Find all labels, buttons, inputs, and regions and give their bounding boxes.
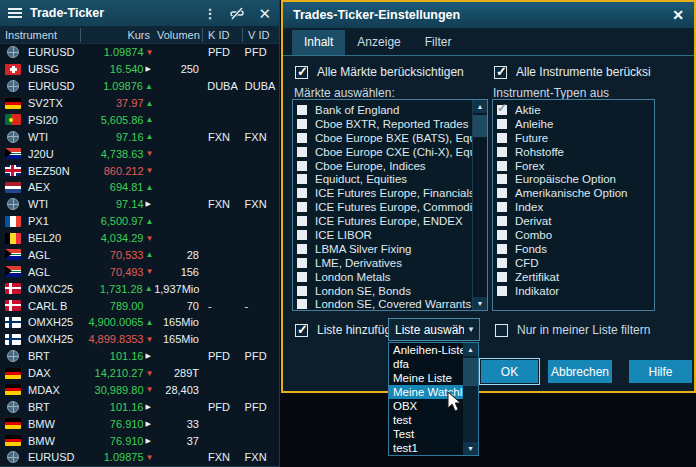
- market-list-item[interactable]: Cboe BXTR, Reported Trades: [297, 117, 472, 131]
- instrument-type-list-item[interactable]: Index: [497, 200, 654, 214]
- instrument-type-checkbox[interactable]: [497, 272, 507, 282]
- market-checkbox[interactable]: [297, 286, 307, 296]
- add-to-list-checkbox-row[interactable]: Liste hinzufüge: [295, 323, 388, 337]
- instrument-type-list-item[interactable]: Amerikanische Option: [497, 186, 654, 200]
- dropdown-option[interactable]: test: [389, 413, 463, 427]
- ticker-row[interactable]: PSI205,605.86▲: [0, 112, 279, 129]
- scroll-up-icon[interactable]: ▲: [473, 100, 487, 113]
- instrument-type-list-item[interactable]: Zertifikat: [497, 270, 654, 284]
- instrument-type-list-item[interactable]: Anleihe: [497, 117, 654, 131]
- link-off-icon[interactable]: [230, 7, 244, 20]
- market-list-item[interactable]: ICE Futures Europe, ENDEX: [297, 214, 472, 228]
- col-kid[interactable]: K ID: [203, 29, 242, 41]
- instrument-type-checkbox[interactable]: [497, 230, 507, 240]
- col-vid[interactable]: V ID: [243, 29, 279, 41]
- dropdown-option[interactable]: Anleihen-Liste: [389, 343, 463, 357]
- dialog-titlebar[interactable]: Trades-Ticker-Einstellungen ✕: [283, 2, 694, 29]
- ticker-row[interactable]: WTI97.16▲FXNFXN: [0, 128, 279, 145]
- instrument-type-checkbox[interactable]: [497, 174, 507, 184]
- market-list-item[interactable]: Equiduct, Equities: [297, 172, 472, 186]
- list-select-combobox[interactable]: Liste auswähl ▼: [388, 318, 480, 341]
- instrument-type-checkbox[interactable]: [497, 133, 507, 143]
- instrument-type-list-item[interactable]: Combo: [497, 228, 654, 242]
- market-checkbox[interactable]: [297, 258, 307, 268]
- tab-inhalt[interactable]: Inhalt: [292, 30, 345, 55]
- col-volumen[interactable]: Volumen: [150, 29, 202, 41]
- instrument-type-list-item[interactable]: Indikator: [497, 284, 654, 298]
- market-checkbox[interactable]: [297, 216, 307, 226]
- all-instruments-checkbox-row[interactable]: Alle Instrumente berücksi: [494, 65, 690, 79]
- scroll-down-icon[interactable]: ▼: [463, 442, 478, 455]
- kebab-menu-icon[interactable]: ⋮: [203, 7, 216, 20]
- instrument-type-checkbox[interactable]: [497, 119, 507, 129]
- instrument-type-checkbox[interactable]: [497, 161, 507, 171]
- ticker-row[interactable]: OMXH254,900.0065▲165Mio: [0, 314, 279, 331]
- ticker-row[interactable]: BEL204,034.29▼: [0, 230, 279, 247]
- dropdown-option[interactable]: OBX: [389, 399, 463, 413]
- scroll-up-icon[interactable]: ▲: [463, 343, 478, 356]
- filter-my-list-checkbox[interactable]: [495, 324, 508, 337]
- ticker-row[interactable]: AGL70,493▼156: [0, 263, 279, 280]
- market-checkbox[interactable]: [297, 147, 307, 157]
- market-checkbox[interactable]: [297, 119, 307, 129]
- market-checkbox[interactable]: [297, 105, 307, 115]
- market-list-item[interactable]: London SE, Bonds: [297, 284, 472, 298]
- market-list-item[interactable]: London Metals: [297, 270, 472, 284]
- ticker-row[interactable]: EURUSD1.09876▲DUBADUBA: [0, 78, 279, 95]
- add-to-list-checkbox[interactable]: [295, 324, 308, 337]
- instrument-type-list-item[interactable]: Derivat: [497, 214, 654, 228]
- filter-my-list-checkbox-row[interactable]: Nur in meiner Liste filtern: [495, 323, 691, 337]
- ticker-row[interactable]: MDAX30,989.80▼28,403: [0, 382, 279, 399]
- col-kurs[interactable]: Kurs: [81, 29, 150, 41]
- ticker-row[interactable]: CARL B789.0070--: [0, 297, 279, 314]
- ticker-row[interactable]: SV2TX37.97▲: [0, 95, 279, 112]
- ticker-row[interactable]: AEX694.81▲: [0, 179, 279, 196]
- instrument-type-list-item[interactable]: Aktie: [497, 103, 654, 117]
- ticker-row[interactable]: J20U4,738.63▼: [0, 145, 279, 162]
- dropdown-option[interactable]: test1: [389, 441, 463, 455]
- market-list-item[interactable]: Cboe Europe, Indices: [297, 159, 472, 173]
- instrument-type-checkbox[interactable]: [497, 188, 507, 198]
- all-instruments-checkbox[interactable]: [494, 66, 507, 79]
- ticker-row[interactable]: BEZ50N860.212▼: [0, 162, 279, 179]
- scrollbar-thumb[interactable]: [473, 115, 487, 137]
- all-markets-checkbox[interactable]: [295, 66, 308, 79]
- market-list-item[interactable]: Cboe Europe CXE (Chi-X), Equi: [297, 145, 472, 159]
- ticker-row[interactable]: AGL70,533▲28: [0, 247, 279, 264]
- hamburger-icon[interactable]: [8, 8, 22, 18]
- tab-filter[interactable]: Filter: [413, 30, 464, 55]
- instrument-type-checkbox[interactable]: [497, 216, 507, 226]
- instrument-type-checkbox[interactable]: [497, 244, 507, 254]
- markets-scrollbar[interactable]: ▲ ▼: [472, 100, 487, 310]
- ticker-row[interactable]: EURUSD1.09875▼FXNFXN: [0, 449, 279, 466]
- instrument-type-list-item[interactable]: Fonds: [497, 242, 654, 256]
- market-checkbox[interactable]: [297, 174, 307, 184]
- market-list-item[interactable]: LME, Derivatives: [297, 256, 472, 270]
- instrument-type-list-item[interactable]: Future: [497, 131, 654, 145]
- scroll-down-icon[interactable]: ▼: [473, 297, 487, 310]
- market-list-item[interactable]: ICE Futures Europe, Financials: [297, 186, 472, 200]
- ticker-row[interactable]: BMW76.910▶37: [0, 432, 279, 449]
- market-checkbox[interactable]: [297, 161, 307, 171]
- market-checkbox[interactable]: [297, 133, 307, 143]
- dropdown-option[interactable]: Meine Liste: [389, 371, 463, 385]
- dropdown-scrollbar[interactable]: ▲ ▼: [463, 343, 478, 455]
- dropdown-option[interactable]: Test: [389, 427, 463, 441]
- ticker-row[interactable]: EURUSD1.09874▼PFDPFD: [0, 44, 279, 61]
- market-checkbox[interactable]: [297, 230, 307, 240]
- tab-anzeige[interactable]: Anzeige: [345, 30, 412, 55]
- instrument-type-checkbox[interactable]: [497, 286, 507, 296]
- instrument-type-list-item[interactable]: CFD: [497, 256, 654, 270]
- col-instrument[interactable]: Instrument: [0, 29, 80, 41]
- ticker-row[interactable]: DAX14,210.27▼289T: [0, 365, 279, 382]
- dropdown-option[interactable]: dfa: [389, 357, 463, 371]
- instrument-type-checkbox[interactable]: [497, 147, 507, 157]
- instrument-type-checkbox[interactable]: [497, 258, 507, 268]
- ticker-row[interactable]: OMXC251,731.28▲1,937Mio: [0, 280, 279, 297]
- market-checkbox[interactable]: [297, 244, 307, 254]
- ticker-row[interactable]: BRT101.16▶PFDPFD: [0, 348, 279, 365]
- close-icon[interactable]: ✕: [258, 6, 271, 21]
- instrument-type-checkbox[interactable]: [497, 202, 507, 212]
- ticker-row[interactable]: OMXH254,899.8353▼165Mio: [0, 331, 279, 348]
- instrument-type-list-item[interactable]: Forex: [497, 159, 654, 173]
